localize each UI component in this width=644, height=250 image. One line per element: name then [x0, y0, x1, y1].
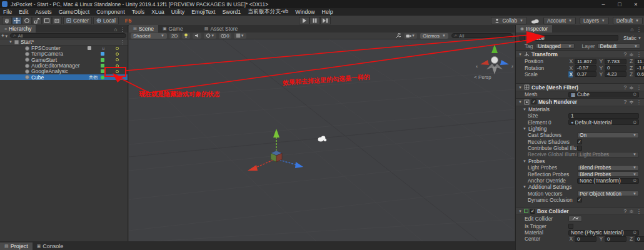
hierarchy-search-input[interactable]: ⌕ All	[10, 33, 126, 38]
box-collider-component-header[interactable]: ▼ Box Collider ? ≑ ⋮	[516, 207, 644, 215]
visibility-eye-icon[interactable]	[116, 47, 119, 50]
position-x-field[interactable]: 11.807	[575, 59, 596, 64]
scale-z-field[interactable]: 0.69	[635, 71, 644, 77]
physic-material-field[interactable]: None (Physic Material) ⊙	[568, 230, 639, 236]
hierarchy-item-gamestart[interactable]: GameStart	[0, 57, 128, 62]
tab-inspector[interactable]: ◉ Inspector	[516, 25, 552, 32]
gameobject-name-field[interactable]: Cube	[530, 35, 618, 41]
kebab-menu-icon[interactable]: ⋮	[636, 99, 641, 105]
2d-toggle-button[interactable]: 2D	[169, 33, 179, 39]
presets-icon[interactable]: ≑	[629, 51, 633, 58]
tab-scene[interactable]: ⊞ Scene	[129, 25, 158, 32]
maximize-button[interactable]: □	[611, 1, 628, 8]
hand-tool-icon[interactable]	[2, 17, 12, 24]
anchor-override-field[interactable]: None (Transform) ⊙	[577, 178, 639, 184]
tab-hierarchy[interactable]: ≡ Hierarchy	[0, 25, 36, 32]
hierarchy-item-fpscounter[interactable]: FPSCounter u	[0, 46, 128, 51]
help-icon[interactable]: ?	[623, 208, 626, 214]
rect-tool-icon[interactable]	[42, 17, 52, 24]
visibility-eye-icon[interactable]	[116, 64, 119, 68]
center-x-field[interactable]: 0	[575, 236, 596, 242]
menu-emojitext[interactable]: EmojiText	[191, 9, 215, 15]
account-dropdown[interactable]: Account ▼	[543, 17, 576, 24]
help-icon[interactable]: ?	[623, 99, 626, 105]
menu-component[interactable]: Component	[96, 9, 124, 15]
scene-effects-dropdown[interactable]: ▼	[204, 33, 216, 39]
mesh-renderer-enabled-checkbox[interactable]	[531, 99, 536, 104]
probes-foldout[interactable]: ▼Probes	[516, 158, 644, 164]
space-toggle-button[interactable]: Local	[93, 17, 119, 24]
box-collider-enabled-checkbox[interactable]	[530, 209, 535, 214]
foldout-icon[interactable]: ▼	[518, 86, 522, 89]
center-y-field[interactable]: 0	[605, 236, 626, 242]
minimize-button[interactable]: –	[595, 1, 611, 8]
hierarchy-item-cube-selected[interactable]: Cube 共他	[0, 74, 128, 80]
reflection-probes-dropdown[interactable]: Blend Probes ▼	[577, 171, 639, 177]
foldout-icon[interactable]: ▼	[518, 100, 522, 104]
cube-move-gizmo[interactable]	[243, 126, 312, 179]
help-icon[interactable]: ?	[623, 51, 626, 58]
hierarchy-item-tempcamera[interactable]: TempCamera	[0, 51, 128, 57]
gameobject-active-checkbox[interactable]	[520, 36, 525, 41]
center-z-field[interactable]: 0	[635, 236, 644, 242]
lighting-foldout[interactable]: ▼Lighting	[516, 126, 644, 132]
hierarchy-item-audioeditormanager[interactable]: AudioEditorManager	[0, 62, 128, 68]
cloud-icon[interactable]	[531, 18, 540, 24]
rotate-tool-icon[interactable]	[22, 17, 32, 24]
object-picker-icon[interactable]: ⊙	[633, 92, 636, 97]
materials-size-field[interactable]: 1	[568, 113, 639, 119]
move-tool-icon[interactable]	[12, 17, 22, 24]
tab-console[interactable]: ▣ Console	[33, 242, 68, 250]
presets-icon[interactable]: ≑	[629, 208, 633, 214]
shading-mode-dropdown[interactable]: Shaded ▼	[131, 33, 167, 39]
tab-asset-store[interactable]: ▤ Asset Store	[200, 25, 243, 32]
rotation-z-field[interactable]: -1.02	[635, 65, 644, 71]
mesh-filter-component-header[interactable]: ▼ Cube (Mesh Filter) ? ≑ ⋮	[516, 83, 644, 91]
menu-assets[interactable]: Assets	[35, 9, 51, 15]
static-dropdown[interactable]: Static ▼	[623, 35, 641, 41]
kebab-menu-icon[interactable]: ⋮	[120, 39, 126, 45]
create-menu-button[interactable]: +▼	[1, 32, 8, 39]
edit-collider-button[interactable]	[568, 216, 582, 222]
materials-foldout[interactable]: ▼Materials	[516, 106, 644, 112]
close-button[interactable]: ×	[628, 1, 644, 8]
presets-icon[interactable]: ≑	[629, 99, 633, 105]
kebab-menu-icon[interactable]: ⋮	[636, 84, 641, 91]
play-button[interactable]	[299, 17, 309, 24]
persp-toggle[interactable]: < Persp	[474, 74, 491, 80]
lock-icon[interactable]: ⌂	[630, 26, 633, 32]
view-orientation-gizmo[interactable]: x z	[473, 42, 515, 78]
transform-combined-tool-icon[interactable]	[52, 17, 62, 24]
menu-help[interactable]: Help	[322, 9, 333, 15]
presets-icon[interactable]: ≑	[629, 84, 633, 91]
gizmos-dropdown[interactable]: Gizmos ▼	[420, 33, 448, 39]
menu-window[interactable]: Window	[295, 9, 314, 15]
additional-settings-foldout[interactable]: ▼Additional Settings	[516, 184, 644, 190]
scene-audio-toggle[interactable]	[193, 33, 201, 39]
visibility-eye-icon[interactable]	[116, 58, 119, 61]
layout-dropdown[interactable]: Default ▼	[613, 17, 643, 24]
visibility-eye-icon[interactable]	[116, 52, 119, 56]
menu-edit[interactable]: Edit	[19, 9, 28, 15]
menu-file[interactable]: File	[3, 9, 12, 15]
help-icon[interactable]: ?	[623, 84, 626, 91]
kebab-menu-icon[interactable]: ⋮	[636, 51, 641, 58]
custom-f5-button[interactable]: F5	[125, 18, 132, 24]
is-trigger-checkbox[interactable]	[568, 224, 573, 229]
editor-tools-icon[interactable]	[395, 33, 401, 39]
transform-component-header[interactable]: ▼ Transform ? ≑ ⋮	[516, 50, 644, 58]
menu-sword1[interactable]: Sword1	[222, 9, 241, 15]
element0-object-field[interactable]: ● Default-Material ⊙	[568, 119, 639, 125]
motion-vectors-dropdown[interactable]: Per Object Motion ▼	[577, 191, 639, 196]
rotation-x-field[interactable]: -0.57	[575, 65, 596, 71]
scene-viewport[interactable]: x z < Persp	[129, 39, 515, 241]
receive-shadows-checkbox[interactable]	[577, 139, 582, 144]
pause-button[interactable]	[309, 17, 320, 24]
scene-search-input[interactable]: ⌕ All	[451, 33, 513, 38]
scale-tool-icon[interactable]	[32, 17, 42, 24]
foldout-icon[interactable]: ▼	[518, 52, 522, 56]
tab-project[interactable]: ▤ Project	[0, 242, 33, 250]
grid-visibility-dropdown[interactable]: ▼	[234, 33, 246, 39]
kebab-menu-icon[interactable]: ⋮	[636, 26, 642, 32]
scale-x-field[interactable]: 0.37	[575, 71, 596, 77]
